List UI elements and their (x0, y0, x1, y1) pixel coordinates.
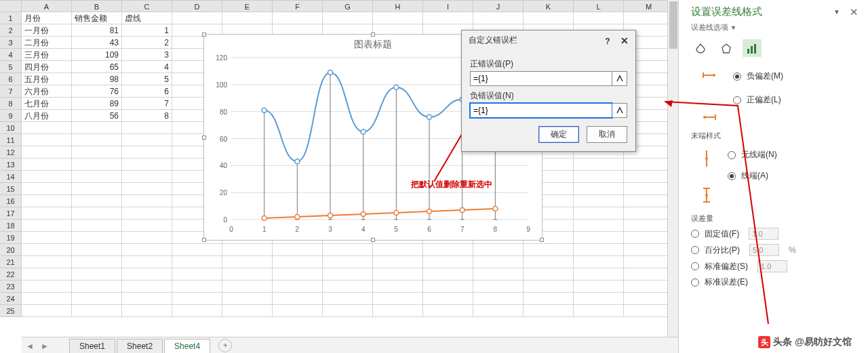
cell[interactable] (72, 183, 122, 195)
row-header[interactable]: 12 (0, 146, 22, 159)
cell[interactable]: 1 (122, 24, 172, 37)
row-header[interactable]: 14 (0, 171, 22, 183)
cell[interactable] (222, 281, 273, 293)
cell[interactable] (72, 281, 122, 293)
help-icon[interactable]: ? (605, 37, 610, 46)
cell[interactable] (22, 146, 72, 159)
row-header[interactable]: 8 (0, 98, 22, 110)
cell[interactable] (122, 171, 172, 183)
cell[interactable] (624, 256, 674, 268)
row-header[interactable]: 3 (0, 37, 22, 49)
column-header[interactable]: J (473, 1, 524, 12)
cell[interactable]: 89 (72, 98, 122, 110)
cell[interactable] (122, 232, 172, 244)
cell[interactable] (574, 256, 624, 268)
sheet-tab[interactable]: Sheet1 (69, 339, 115, 353)
column-header[interactable]: A (22, 1, 72, 12)
cell[interactable] (22, 305, 72, 317)
cell[interactable] (22, 281, 72, 293)
cell[interactable]: 七月份 (22, 98, 72, 110)
cell[interactable] (122, 220, 172, 232)
cell[interactable]: 56 (72, 110, 122, 122)
row-header[interactable]: 23 (0, 281, 22, 293)
column-header[interactable]: E (222, 1, 273, 12)
cell[interactable] (574, 244, 624, 256)
cell[interactable] (574, 232, 624, 244)
cell[interactable] (423, 12, 473, 24)
cell[interactable] (524, 293, 574, 305)
cell[interactable]: 销售金额 (72, 12, 122, 24)
cell[interactable] (72, 195, 122, 207)
cell[interactable] (22, 220, 72, 232)
row-header[interactable]: 24 (0, 293, 22, 305)
cell[interactable] (624, 12, 674, 24)
cell[interactable] (323, 244, 373, 256)
cell[interactable] (172, 12, 222, 24)
range-picker-icon[interactable] (612, 103, 627, 118)
radio-no-cap[interactable] (728, 151, 736, 159)
cell[interactable] (22, 183, 72, 195)
column-header[interactable]: C (122, 1, 172, 12)
cell[interactable] (72, 207, 122, 220)
row-header[interactable]: 19 (0, 232, 22, 244)
cell[interactable] (574, 305, 624, 317)
cell[interactable] (122, 244, 172, 256)
amount-value-input[interactable] (749, 228, 778, 240)
cell[interactable] (323, 293, 373, 305)
cell[interactable] (273, 12, 323, 24)
cell[interactable] (624, 183, 674, 195)
cell[interactable] (22, 159, 72, 171)
column-header[interactable]: K (524, 1, 574, 12)
cell[interactable]: 3 (122, 49, 172, 61)
cell[interactable] (423, 305, 473, 317)
cell[interactable] (574, 171, 624, 183)
cell[interactable] (423, 256, 473, 268)
cell[interactable] (574, 207, 624, 220)
cell[interactable] (122, 195, 172, 207)
cell[interactable] (373, 244, 423, 256)
radio-plus[interactable] (733, 96, 741, 104)
cell[interactable] (22, 207, 72, 220)
ok-button[interactable]: 确定 (538, 126, 579, 143)
cell[interactable] (524, 268, 574, 281)
cell[interactable] (423, 293, 473, 305)
cell[interactable]: 2 (122, 37, 172, 49)
cell[interactable] (524, 305, 574, 317)
cell[interactable] (172, 293, 222, 305)
row-header[interactable]: 21 (0, 256, 22, 268)
cell[interactable] (373, 281, 423, 293)
vertical-scrollbar[interactable] (667, 0, 678, 337)
cell[interactable] (624, 232, 674, 244)
column-header[interactable]: M (624, 1, 674, 12)
cell[interactable] (122, 268, 172, 281)
effects-tab-icon[interactable] (717, 39, 736, 57)
cell[interactable] (122, 281, 172, 293)
cell[interactable] (373, 268, 423, 281)
row-header[interactable]: 18 (0, 220, 22, 232)
column-header[interactable]: B (72, 1, 122, 12)
cell[interactable]: 5 (122, 73, 172, 85)
cell[interactable]: 43 (72, 37, 122, 49)
cell[interactable] (22, 268, 72, 281)
cell[interactable] (122, 305, 172, 317)
cell[interactable] (624, 207, 674, 220)
row-header[interactable]: 25 (0, 305, 22, 317)
cell[interactable] (172, 268, 222, 281)
cell[interactable] (22, 293, 72, 305)
cell[interactable] (222, 268, 273, 281)
radio-amount[interactable] (691, 230, 699, 238)
pane-subtitle[interactable]: 误差线选项 ▼ (691, 22, 859, 33)
cell[interactable] (423, 281, 473, 293)
radio-amount[interactable] (691, 278, 699, 287)
cell[interactable] (122, 134, 172, 146)
cell[interactable]: 八月份 (22, 110, 72, 122)
column-header[interactable]: D (172, 1, 222, 12)
row-header[interactable]: 9 (0, 110, 22, 122)
radio-amount[interactable] (691, 262, 699, 270)
cell[interactable] (574, 195, 624, 207)
add-sheet-button[interactable]: + (218, 339, 232, 352)
negative-error-input[interactable] (470, 103, 612, 118)
amount-value-input[interactable] (749, 244, 779, 256)
cell[interactable] (574, 12, 624, 24)
cell[interactable] (574, 268, 624, 281)
